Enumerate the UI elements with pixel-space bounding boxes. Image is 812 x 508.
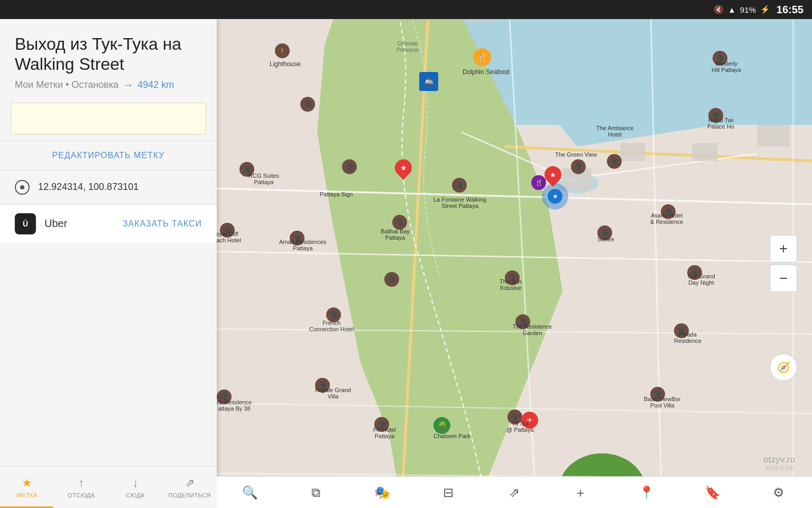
zoom-out-button[interactable]: −: [770, 265, 797, 292]
uber-order-button[interactable]: ЗАКАЗАТЬ ТАКСИ: [123, 219, 202, 229]
marker-greenview-icon[interactable]: 🎥: [571, 159, 586, 174]
marker-ambiance-icon[interactable]: 🎥: [607, 154, 622, 169]
bookmark-icon: 🔖: [705, 485, 721, 500]
battery-icon: ⚡: [760, 5, 770, 14]
uber-row: Ü Uber ЗАКАЗАТЬ ТАКСИ: [0, 205, 217, 243]
marker-lafontaine-icon[interactable]: 🎥: [452, 178, 467, 193]
status-time: 16:55: [777, 4, 804, 16]
panel-header: Выход из Тук-Тука на Walking Street Мои …: [0, 19, 217, 96]
coords-row: 12.924314, 100.873101: [0, 170, 217, 204]
ad-banner: [11, 103, 206, 134]
tab-podelis[interactable]: ⇗ ПОДЕЛИТЬСЯ: [163, 472, 217, 503]
zoom-in-button[interactable]: +: [770, 235, 797, 262]
layers-toolbar-button[interactable]: ⧉: [304, 481, 328, 504]
svg-rect-20: [479, 19, 485, 24]
binoculars-toolbar-button[interactable]: 🎭: [371, 481, 394, 504]
search-toolbar-button[interactable]: 🔍: [238, 481, 262, 504]
marker-dolphin-seafood[interactable]: 🍴 Dolphin Seafood: [473, 48, 491, 66]
marker-balihai-icon[interactable]: 🎥: [392, 215, 407, 230]
tab-syuda-icon: ↓: [133, 476, 139, 490]
side-panel: Выход из Тук-Тука на Walking Street Мои …: [0, 19, 217, 508]
wifi-icon: ▲: [728, 5, 736, 14]
marker-restaurant-icon[interactable]: 🍴: [531, 175, 546, 190]
marker-cam2[interactable]: 🎥: [384, 272, 399, 287]
map-toolbar: 🔍 ⧉ 🎭 ⊟ ⇗ ＋ 📍 🔖 ⚙: [217, 476, 812, 508]
add-toolbar-button[interactable]: ＋: [569, 481, 592, 504]
watermark: otzyv.ru MAPS.ME: [763, 455, 795, 472]
marker-pattaya-sign-icon[interactable]: 🎥: [342, 159, 357, 174]
compass-button[interactable]: 🧭: [770, 353, 797, 381]
marker-star-pin[interactable]: ★: [545, 166, 561, 187]
svg-rect-21: [491, 19, 496, 24]
tab-otsyuda-icon: ↑: [78, 476, 84, 490]
settings-icon: ⚙: [773, 485, 785, 500]
tab-otsyuda-label: ОТСЮДА: [68, 492, 95, 498]
edit-btn-row: РЕДАКТИРОВАТЬ МЕТКУ: [0, 141, 217, 170]
marker-chaloem-icon[interactable]: 🌳: [433, 417, 450, 434]
svg-rect-26: [757, 125, 789, 147]
tab-podelis-icon: ⇗: [185, 476, 195, 490]
tab-syuda[interactable]: ↓ СЮДА: [108, 472, 163, 503]
tab-metka[interactable]: ★ МЕТКА: [0, 472, 54, 503]
settings-toolbar-button[interactable]: ⚙: [767, 481, 790, 504]
search-icon: 🔍: [242, 485, 258, 500]
bookmark-toolbar-button[interactable]: 🔖: [701, 481, 724, 504]
svg-rect-19: [469, 19, 475, 24]
binoculars-icon: 🎭: [374, 485, 390, 500]
filter-toolbar-button[interactable]: ⊟: [437, 481, 460, 504]
panel-subtitle: Мои Метки • Остановка → 4942 km: [15, 79, 202, 91]
battery-text: 91%: [740, 5, 756, 14]
coords-value: 12.924314, 100.873101: [38, 182, 139, 193]
mute-icon: 🔇: [714, 5, 724, 14]
filter-icon: ⊟: [443, 485, 454, 500]
tab-metka-label: МЕТКА: [17, 492, 38, 498]
distance-text: 4942 km: [137, 79, 174, 90]
marker-red-pin-main[interactable]: ★: [395, 159, 412, 180]
uber-logo-text: Ü: [23, 220, 28, 228]
location-toolbar-button[interactable]: 📍: [635, 481, 658, 504]
svg-rect-24: [620, 143, 645, 161]
layers-icon: ⧉: [311, 485, 320, 500]
edit-button[interactable]: РЕДАКТИРОВАТЬ МЕТКУ: [52, 151, 165, 160]
svg-line-8: [505, 147, 812, 161]
svg-rect-25: [693, 143, 718, 161]
share-icon: ⇗: [509, 485, 520, 500]
marker-ferry[interactable]: 🚢: [419, 72, 438, 91]
uber-logo: Ü: [15, 213, 36, 234]
tab-metka-icon: ★: [22, 476, 32, 490]
uber-name: Uber: [44, 217, 114, 230]
share-toolbar-button[interactable]: ⇗: [503, 481, 526, 504]
panel-title: Выход из Тук-Тука на Walking Street: [15, 34, 202, 75]
location-icon: 📍: [639, 485, 654, 500]
tab-otsyuda[interactable]: ↑ ОТСЮДА: [54, 472, 109, 503]
marker-lighthouse[interactable]: 🚶 Lighthouse: [275, 43, 290, 58]
status-bar: 🔇 ▲ 91% ⚡ 16:55: [0, 0, 812, 19]
bottom-tabs: ★ МЕТКА ↑ ОТСЮДА ↓ СЮДА ⇗ ПОДЕЛИТЬСЯ: [0, 466, 217, 508]
tab-syuda-label: СЮДА: [126, 492, 145, 498]
add-icon: ＋: [574, 484, 587, 501]
arrow-icon: →: [123, 79, 133, 91]
coords-icon: [15, 180, 30, 195]
subtitle-text: Мои Метки • Остановка: [15, 79, 118, 90]
tab-podelis-label: ПОДЕЛИТЬСЯ: [168, 492, 211, 498]
marker-cam1[interactable]: 🎥: [300, 97, 315, 112]
zoom-controls: + −: [770, 235, 797, 292]
